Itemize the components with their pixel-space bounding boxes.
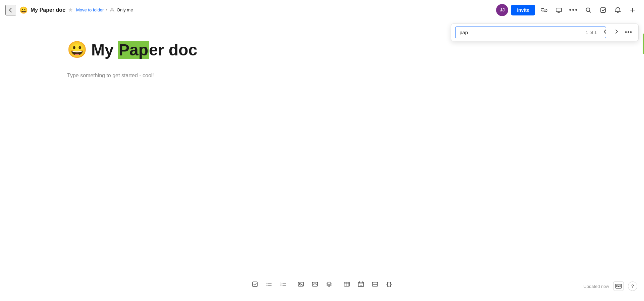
- search-button[interactable]: [582, 4, 594, 16]
- heading-highlight: Pap: [118, 41, 149, 59]
- svg-rect-17: [616, 285, 617, 286]
- toolbar-dropbox-button[interactable]: [322, 277, 336, 291]
- svg-point-0: [111, 8, 113, 10]
- move-to-folder-link[interactable]: Move to folder: [76, 7, 104, 12]
- header-right: JJ Invite •••: [496, 4, 639, 16]
- svg-rect-4: [253, 282, 257, 287]
- doc-title-area: 😀 My Paper doc ★: [19, 6, 73, 14]
- toolbar-image-button[interactable]: [294, 277, 308, 291]
- heading-after: er doc: [149, 41, 197, 59]
- updated-text: Updated now: [583, 284, 609, 289]
- back-button[interactable]: [5, 5, 16, 15]
- search-navigation: •••: [600, 27, 634, 38]
- svg-rect-22: [618, 286, 620, 287]
- star-icon[interactable]: ★: [68, 7, 73, 13]
- heading-emoji: 😀: [67, 40, 87, 59]
- toolbar-table-button[interactable]: [340, 277, 354, 291]
- bullet-separator: •: [106, 7, 107, 12]
- toolbar-code-button[interactable]: {}: [382, 277, 396, 291]
- search-count: 1 of 1: [586, 30, 597, 35]
- svg-rect-21: [616, 286, 617, 287]
- search-more-button[interactable]: •••: [623, 28, 634, 37]
- svg-text:12: 12: [360, 285, 362, 287]
- help-icon: ?: [631, 284, 634, 289]
- svg-rect-18: [618, 285, 618, 286]
- svg-rect-19: [619, 285, 620, 286]
- present-icon-button[interactable]: [553, 4, 565, 16]
- bottom-toolbar: 1. 2.: [248, 277, 396, 291]
- search-input[interactable]: pap: [455, 27, 606, 38]
- invite-button[interactable]: Invite: [511, 5, 535, 15]
- svg-rect-12: [344, 282, 350, 286]
- doc-meta: Move to folder • Only me: [76, 7, 133, 13]
- svg-point-5: [267, 283, 268, 284]
- search-prev-button[interactable]: [600, 27, 610, 38]
- header: 😀 My Paper doc ★ Move to folder • Only m…: [0, 0, 644, 20]
- person-icon: [109, 7, 115, 13]
- heading-text: My Paper doc: [91, 41, 197, 59]
- toolbar-calendar-button[interactable]: 12: [354, 277, 368, 291]
- toolbar-divider-1: [292, 280, 292, 288]
- svg-text:2.: 2.: [280, 284, 282, 286]
- link-icon-button[interactable]: [538, 4, 550, 16]
- doc-title: My Paper doc: [31, 7, 65, 13]
- svg-rect-1: [556, 8, 561, 12]
- svg-rect-23: [620, 286, 621, 287]
- toolbar-divider-insert-button[interactable]: [368, 277, 382, 291]
- visibility-label: Only me: [117, 7, 133, 12]
- toolbar-bullet-list-button[interactable]: [262, 277, 276, 291]
- toolbar-numbered-list-button[interactable]: 1. 2.: [276, 277, 290, 291]
- help-button[interactable]: ?: [628, 282, 637, 291]
- svg-rect-20: [620, 285, 621, 286]
- svg-point-6: [267, 285, 268, 286]
- heading-before: My: [91, 41, 118, 59]
- toolbar-embed-button[interactable]: [308, 277, 322, 291]
- avatar[interactable]: JJ: [496, 4, 508, 16]
- svg-rect-3: [601, 8, 605, 12]
- keyboard-button[interactable]: [613, 282, 624, 291]
- bell-icon-button[interactable]: [612, 4, 624, 16]
- search-next-button[interactable]: [611, 27, 622, 38]
- bottom-right-controls: Updated now ?: [583, 282, 637, 291]
- more-menu-button[interactable]: •••: [568, 4, 580, 16]
- add-button[interactable]: [627, 4, 639, 16]
- header-left: 😀 My Paper doc ★ Move to folder • Only m…: [5, 5, 133, 15]
- toolbar-divider-2: [338, 280, 338, 288]
- doc-placeholder-text[interactable]: Type something to get started - cool!: [67, 73, 577, 79]
- search-panel: pap 1 of 1 •••: [451, 24, 639, 41]
- task-icon-button[interactable]: [597, 4, 609, 16]
- document-heading: 😀 My Paper doc: [67, 40, 577, 59]
- toolbar-checkbox-button[interactable]: [248, 277, 262, 291]
- doc-emoji: 😀: [19, 6, 28, 14]
